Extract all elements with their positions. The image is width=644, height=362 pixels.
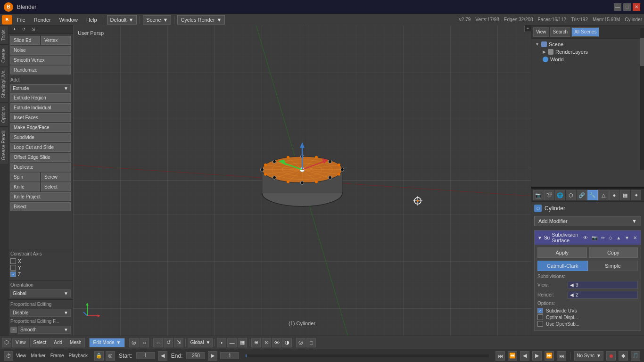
select-button[interactable]: Select [41, 182, 71, 191]
end-frame-input[interactable] [186, 352, 205, 359]
proportional2-icon[interactable]: ⊙ [262, 338, 271, 347]
play-icon[interactable]: ▶ [532, 351, 542, 361]
catmull-clark-tab[interactable]: Catmull-Clark [537, 261, 588, 271]
scene-dropdown[interactable]: Scene ▼ [143, 15, 171, 25]
disable-select[interactable]: Disable ▼ [10, 309, 71, 317]
sidebar-tab-create[interactable]: Create [0, 44, 8, 66]
sync-mode-select[interactable]: No Sync ▼ [574, 351, 603, 361]
face-select-icon[interactable]: ▦ [238, 338, 247, 347]
viewport[interactable]: User Persp [73, 25, 531, 336]
duplicate-button[interactable]: Duplicate [10, 163, 71, 172]
prev-frame-icon[interactable]: ◀ [158, 351, 167, 361]
minimize-button[interactable]: — [614, 3, 621, 11]
scene-props-icon[interactable]: 🎬 [544, 190, 554, 200]
axis-x-checkbox[interactable] [10, 258, 16, 264]
vertex-button[interactable]: Vertex [41, 36, 71, 45]
viewport-resize-corner[interactable]: + [524, 25, 531, 32]
view-tl-btn[interactable]: View [16, 353, 26, 358]
render-engine-dropdown[interactable]: Cycles Render ▼ [177, 15, 225, 25]
axis-y-checkbox[interactable] [10, 265, 16, 271]
object-props-icon[interactable]: ⬡ [566, 190, 576, 200]
texture-props-icon[interactable]: ▦ [620, 190, 630, 200]
edge-select-icon[interactable]: — [227, 338, 237, 347]
rotate-icon[interactable]: ↺ [164, 338, 173, 347]
translate-icon[interactable]: ✦ [10, 25, 19, 34]
maximize-button[interactable]: □ [623, 3, 631, 11]
edit-mode-select[interactable]: Edit Mode ▼ [89, 338, 125, 347]
optimal-display-checkbox[interactable] [537, 314, 543, 320]
constraint-props-icon[interactable]: 🔗 [577, 190, 587, 200]
vertex-select-icon[interactable]: • [217, 338, 226, 347]
loop-cut-slide-button[interactable]: Loop Cut and Slide [10, 143, 71, 152]
subdivide-button[interactable]: Subdivide [10, 133, 71, 142]
jump-end-icon[interactable]: ⏭ [557, 351, 566, 361]
audio-icon[interactable]: 🎵 [631, 351, 640, 361]
modifier-cage-button[interactable]: ◇ [608, 235, 613, 240]
shading-icon[interactable]: ◑ [282, 338, 292, 347]
axis-z-checkbox[interactable]: ✓ [10, 272, 16, 277]
modifier-delete-button[interactable]: ✕ [632, 235, 638, 240]
slide-edge-button[interactable]: Slide Ed [10, 36, 40, 45]
scene-item-scene[interactable]: ▼ Scene [533, 41, 642, 48]
modifier-down-button[interactable]: ▼ [624, 235, 630, 240]
view-field-value[interactable]: ◀ 3 [568, 281, 638, 289]
extrude-individual-button[interactable]: Extrude Individual [10, 103, 71, 112]
menu-help[interactable]: Help [83, 16, 101, 24]
render-props-icon[interactable]: 📷 [533, 190, 544, 200]
world-props-icon[interactable]: 🌐 [555, 190, 565, 200]
playback-btn[interactable]: Playback [69, 353, 88, 358]
knife-button[interactable]: Knife [10, 182, 40, 191]
transform-icon[interactable]: ↔ [153, 338, 163, 347]
record-icon[interactable]: ⏺ [606, 351, 616, 361]
render-field-value[interactable]: ◀ 2 [568, 291, 638, 299]
start-frame-input[interactable] [136, 352, 155, 359]
offset-edge-slide-button[interactable]: Offset Edge Slide [10, 153, 71, 162]
extrude-select[interactable]: Extrude ▼ [10, 84, 71, 92]
noise-button[interactable]: Noise [10, 46, 71, 55]
screw-button[interactable]: Screw [41, 173, 71, 181]
frame-btn[interactable]: Frame [50, 353, 64, 358]
all-scenes-button[interactable]: All Scenes [571, 27, 599, 37]
prev-keyframe-icon[interactable]: ⏪ [508, 351, 517, 361]
smooth-select[interactable]: Smooth ▼ [18, 326, 71, 334]
copy-button[interactable]: Copy [589, 247, 638, 258]
smooth-vertex-button[interactable]: Smooth Vertex [10, 56, 71, 65]
scale-icon[interactable]: ⇲ [29, 25, 38, 34]
overlay-icon[interactable]: ◎ [296, 338, 305, 347]
sidebar-tab-grease[interactable]: Grease Pencil [0, 126, 8, 164]
jump-start-icon[interactable]: ⏮ [495, 351, 505, 361]
lock-icon[interactable]: 🔒 [94, 351, 104, 361]
proportional-icon[interactable]: ○ [140, 338, 149, 347]
vis-icon[interactable]: 👁 [272, 338, 281, 347]
next-frame-icon[interactable]: ▶ [208, 351, 217, 361]
use-opensub-checkbox[interactable] [537, 321, 543, 327]
anim-icon[interactable]: ◎ [106, 351, 115, 361]
make-edge-face-button[interactable]: Make Edge/Face [10, 123, 71, 132]
layout-dropdown[interactable]: Default ▼ [107, 15, 137, 25]
bisect-button[interactable]: Bisect [10, 202, 71, 211]
mesh-button[interactable]: Mesh [66, 338, 84, 347]
knife-project-button[interactable]: Knife Project [10, 192, 71, 201]
rotate-icon[interactable]: ↺ [20, 25, 28, 34]
sidebar-tab-shading[interactable]: Shading/UVs [0, 66, 8, 102]
simple-tab[interactable]: Simple [588, 261, 638, 271]
spin-button[interactable]: Spin [10, 173, 40, 181]
inset-faces-button[interactable]: Inset Faces [10, 113, 71, 122]
menu-render[interactable]: Render [30, 16, 55, 24]
next-keyframe-icon[interactable]: ⏩ [545, 351, 554, 361]
modifier-up-button[interactable]: ▲ [615, 235, 622, 240]
current-frame-input[interactable] [220, 352, 239, 359]
scrollbar-thumb[interactable] [640, 38, 644, 66]
xray-icon[interactable]: □ [306, 338, 316, 347]
menu-window[interactable]: Window [56, 16, 82, 24]
add-button-vp[interactable]: Add [50, 338, 66, 347]
modifier-eye-button[interactable]: 👁 [582, 235, 589, 240]
modifier-props-icon[interactable]: 🔧 [587, 190, 598, 200]
extrude-region-button[interactable]: Extrude Region [10, 93, 71, 102]
timeline-icon[interactable]: ⏱ [4, 351, 13, 361]
sidebar-tab-options[interactable]: Options [0, 102, 8, 126]
particles-props-icon[interactable]: ✦ [631, 190, 641, 200]
view-button[interactable]: View [12, 338, 29, 347]
keyframe-icon[interactable]: ◆ [619, 351, 628, 361]
close-button[interactable]: ✕ [633, 3, 640, 11]
